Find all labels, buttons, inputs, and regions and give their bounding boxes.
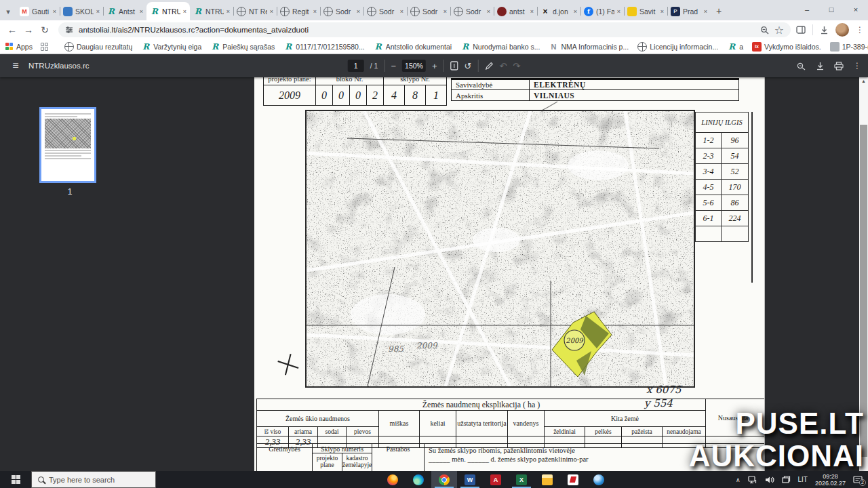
nma-icon [549,42,558,52]
pdf-menu-kebab-icon[interactable]: ⋮ [853,61,861,70]
zoom-out-button[interactable]: − [391,61,396,71]
browser-tab[interactable]: NTRU × [190,2,233,20]
print-button[interactable] [834,62,844,70]
browser-tab[interactable]: d.jon × [537,2,580,20]
page-number-input[interactable]: 1 [348,60,364,72]
window-minimize-button[interactable]: – [795,0,819,19]
tab-close-icon[interactable]: × [574,8,577,15]
tab-close-icon[interactable]: × [183,8,186,15]
browser-tab[interactable]: Sodr × [363,2,407,20]
browser-tab[interactable]: Antst × [103,2,146,20]
tab-close-icon[interactable]: × [96,8,100,15]
zoom-in-button[interactable]: + [432,61,437,71]
browser-tab[interactable]: NTRU × [146,2,190,20]
bookmark-item[interactable]: 1P-389-(1.3 E.) Del... [830,42,868,52]
download-button[interactable] [816,62,825,70]
word-taskbar-icon[interactable] [457,471,483,488]
browser-tab[interactable]: NT Re × [233,2,277,20]
redo-button[interactable]: ↷ [513,61,520,71]
browser-menu-kebab-icon[interactable]: ⋮ [856,25,864,35]
browser-tab[interactable]: Sodr × [407,2,450,20]
rotate-button[interactable]: ↺ [465,61,472,71]
browser-tab[interactable]: Prad × [667,2,711,20]
file-explorer-taskbar-icon[interactable] [534,471,560,488]
tab-close-icon[interactable]: × [53,8,56,15]
tab-close-icon[interactable]: × [704,8,707,15]
zoom-indicator-icon[interactable] [760,26,769,35]
fit-to-page-button[interactable] [450,61,458,70]
bookmark-item[interactable]: 0117/17/012159580... [283,42,364,52]
tab-close-icon[interactable]: × [226,8,230,15]
tab-close-icon[interactable]: × [660,8,664,15]
bookmarks-grid-icon[interactable] [41,43,48,51]
task-view-icon[interactable] [782,476,791,483]
tab-close-icon[interactable]: × [443,8,447,15]
scrollbar-up-arrow[interactable]: ▲ [859,79,868,83]
page-thumbnail[interactable] [39,107,96,183]
tab-close-icon[interactable]: × [487,8,490,15]
apps-shortcut[interactable]: Apps [5,43,33,51]
tab-close-icon[interactable]: × [357,8,360,15]
browser-tab[interactable]: Gauti × [16,2,60,20]
site-settings-icon[interactable] [65,26,73,34]
window-close-button[interactable]: × [844,0,868,19]
pdf-toolbar: ≡ NTRUzklausos.rc 1 / 1 − 150% + ↺ ↶ ↷ [0,54,868,77]
clock[interactable]: 09:28 2026.02.27 [815,473,846,487]
tab-close-icon[interactable]: × [617,8,620,15]
new-tab-button[interactable]: + [711,3,727,19]
pdf-menu-icon[interactable]: ≡ [7,60,24,72]
bookmark-item[interactable]: Varžytynių eiga [141,42,201,52]
tab-close-icon[interactable]: × [530,8,534,15]
excel-taskbar-icon[interactable] [509,471,534,488]
language-indicator[interactable]: LIT [798,476,808,483]
back-button[interactable]: ← [4,24,20,35]
action-center-icon[interactable]: 2 [853,476,863,484]
browser-tab[interactable]: SKOLI × [60,2,103,20]
tab-close-icon[interactable]: × [270,8,273,15]
tab-close-icon[interactable]: × [140,8,143,15]
side-panel-icon[interactable] [796,26,806,34]
tab-search-button[interactable]: ▾ [0,3,16,20]
bookmark-item[interactable]: NMA Informacinis p... [549,42,629,52]
browser-tab[interactable]: Regit × [277,2,320,20]
firefox-taskbar-icon[interactable] [380,471,406,488]
bookmark-item[interactable]: a [727,42,743,52]
undo-button[interactable]: ↶ [499,61,507,71]
tab-title: d.jon [553,7,571,16]
bookmark-star-icon[interactable]: ☆ [774,24,784,37]
downloads-icon[interactable] [820,26,829,35]
network-icon[interactable] [748,476,757,484]
edge-taskbar-icon[interactable] [406,471,431,488]
signature-button[interactable] [797,62,806,70]
address-bar[interactable]: antstoliai.lt/ais2/NTRUzklausos.rc?actio… [58,22,791,37]
zoom-level-input[interactable]: 150% [402,60,426,72]
bookmark-item[interactable]: Nurodymai banko s... [460,42,540,52]
browser-tab[interactable]: Sodr × [320,2,363,20]
profile-avatar[interactable] [835,23,849,37]
apps-grid-icon [5,43,14,51]
browser-tab[interactable]: Savit × [624,2,667,20]
bookmark-item[interactable]: Paieškų sąrašas [210,42,275,52]
url-text[interactable]: antstoliai.lt/ais2/NTRUzklausos.rc?actio… [79,26,755,34]
acrobat-taskbar-icon[interactable] [483,471,509,488]
window-maximize-button[interactable]: □ [819,0,844,19]
start-button[interactable] [0,471,31,488]
bookmark-item[interactable]: Antstolio dokumentai [374,42,452,52]
browser-tab[interactable]: antst × [494,2,537,20]
reload-button[interactable]: ↻ [37,24,53,35]
forward-button[interactable]: → [20,24,37,35]
chrome-taskbar-icon[interactable] [431,471,457,488]
app-red-taskbar-icon[interactable] [560,471,586,488]
tab-close-icon[interactable]: × [313,8,317,15]
browser-tab[interactable]: Sodr × [450,2,494,20]
taskbar-search-input[interactable]: Type here to search [31,471,156,488]
bookmark-item[interactable]: Vykdymo išlaidos. [752,42,821,52]
bookmark-item[interactable]: Daugiau rezultatų [64,42,132,52]
tab-close-icon[interactable]: × [400,8,403,15]
annotate-pen-button[interactable] [484,62,493,70]
tray-expand-chevron-icon[interactable]: ∧ [736,476,741,483]
app-blue-taskbar-icon[interactable] [586,471,612,488]
browser-tab[interactable]: (1) Fa × [580,2,624,20]
volume-icon[interactable] [765,476,774,484]
bookmark-item[interactable]: Licencijų informacin... [637,42,718,52]
